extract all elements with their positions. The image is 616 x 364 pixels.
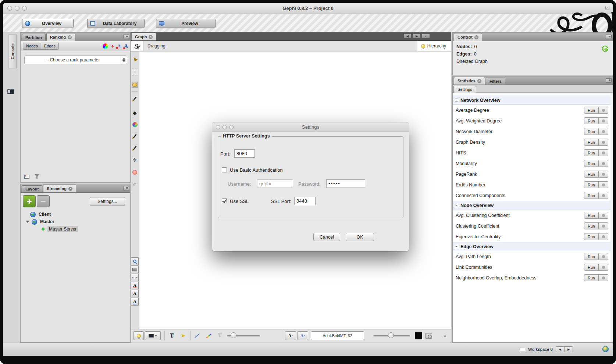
scroll-left-button[interactable]: ◀ xyxy=(403,33,412,39)
hierarchy-box[interactable]: Hierarchy xyxy=(417,41,451,51)
label-color-button[interactable]: A· xyxy=(285,331,296,340)
minimize-panel-button[interactable] xyxy=(123,186,129,190)
use-ssl-checkbox[interactable] xyxy=(222,198,227,203)
tab-overview[interactable]: Overview xyxy=(22,19,74,28)
tab-context[interactable]: Context × xyxy=(454,33,482,41)
close-tab-icon[interactable]: × xyxy=(474,35,478,39)
run-button[interactable]: Run xyxy=(584,274,599,281)
tab-preview[interactable]: Preview xyxy=(156,19,216,28)
gem-icon[interactable]: ♦ xyxy=(111,43,114,49)
streaming-settings-button[interactable]: Settings... xyxy=(90,197,125,206)
slider-knob[interactable] xyxy=(388,332,394,338)
network-globe-icon[interactable] xyxy=(602,346,609,352)
direct-select-tool-icon[interactable] xyxy=(132,56,138,62)
tab-data-laboratory[interactable]: Data Laboratory xyxy=(87,19,145,28)
show-edges-button[interactable] xyxy=(192,331,203,340)
remove-button[interactable]: − xyxy=(37,195,50,207)
collapse-icon[interactable]: − xyxy=(455,245,458,248)
expander-icon[interactable] xyxy=(26,221,29,223)
color-brush-tool-icon[interactable] xyxy=(132,121,138,128)
tree-item-client[interactable]: Client xyxy=(21,211,130,218)
run-button[interactable]: Run xyxy=(584,233,599,240)
run-button[interactable]: Run xyxy=(584,253,599,260)
close-tab-icon[interactable]: × xyxy=(68,35,72,39)
close-tab-icon[interactable]: × xyxy=(149,35,153,39)
tab-partition[interactable]: Partition xyxy=(22,34,46,41)
sizer-tool-icon[interactable]: ◆ xyxy=(132,110,138,116)
stat-help-dot-button[interactable] xyxy=(599,274,608,281)
run-button[interactable]: Run xyxy=(584,222,599,229)
stat-help-dot-button[interactable] xyxy=(599,160,608,167)
node-label-properties-button[interactable]: T xyxy=(215,331,225,340)
edge-source-color-button[interactable] xyxy=(203,331,214,340)
result-window-icon[interactable] xyxy=(24,175,29,179)
color-wheel-icon[interactable] xyxy=(103,43,108,49)
stat-help-dot-button[interactable] xyxy=(599,128,608,135)
tab-statistics[interactable]: Statistics × xyxy=(454,77,485,85)
tab-streaming[interactable]: Streaming × xyxy=(43,185,76,192)
workspace-prev-button[interactable]: ◀ xyxy=(556,346,565,352)
run-button[interactable]: Run xyxy=(584,128,599,135)
tab-list-button[interactable]: ▾ xyxy=(422,33,430,39)
edges-button[interactable]: Edges xyxy=(41,43,59,50)
expand-toolbar-button[interactable]: ▲ xyxy=(442,331,448,340)
reset-size-button[interactable]: size xyxy=(131,274,139,281)
stat-help-dot-button[interactable] xyxy=(599,212,608,219)
background-color-swatch[interactable] xyxy=(414,331,423,340)
stat-help-dot-button[interactable] xyxy=(599,149,608,156)
port-input[interactable] xyxy=(234,149,255,158)
add-button[interactable]: + xyxy=(23,195,36,207)
console-vertical-tab[interactable]: Console xyxy=(8,35,17,68)
text-color-icon[interactable]: A xyxy=(124,43,128,49)
slider-knob[interactable] xyxy=(231,332,236,338)
stat-help-dot-button[interactable] xyxy=(599,117,608,124)
dialog-titlebar[interactable]: Settings xyxy=(212,122,409,132)
tree-item-master-server[interactable]: Master Server xyxy=(21,225,130,233)
ok-button[interactable]: OK xyxy=(346,233,374,241)
close-tab-icon[interactable]: × xyxy=(477,79,481,83)
collapse-icon[interactable]: − xyxy=(455,99,458,102)
zoom-magnifier-button[interactable] xyxy=(131,257,139,265)
run-button[interactable]: Run xyxy=(584,181,599,188)
close-tab-icon[interactable]: × xyxy=(68,187,72,191)
username-input[interactable] xyxy=(257,179,293,188)
tab-graph[interactable]: Graph × xyxy=(131,33,156,40)
minimize-panel-button[interactable] xyxy=(606,35,612,39)
run-button[interactable]: Run xyxy=(584,160,599,167)
tab-layout[interactable]: Layout xyxy=(22,185,42,192)
edge-pencil-tool-icon[interactable] xyxy=(132,145,138,151)
background-image-dropdown[interactable]: ▾ xyxy=(145,331,161,340)
stat-help-dot-button[interactable] xyxy=(599,107,608,114)
run-button[interactable]: Run xyxy=(584,117,599,124)
stat-help-dot-button[interactable] xyxy=(599,233,608,240)
center-screen-button[interactable] xyxy=(131,265,139,273)
tab-ranking[interactable]: Ranking × xyxy=(46,33,75,41)
stat-help-dot-button[interactable] xyxy=(599,171,608,178)
stat-help-dot-button[interactable] xyxy=(599,139,608,146)
dropdown-stepper-icon[interactable] xyxy=(121,56,127,64)
stat-section-header[interactable]: −Network Overview xyxy=(453,96,610,105)
minimize-panel-button[interactable] xyxy=(606,78,612,83)
edge-weight-slider[interactable] xyxy=(227,331,260,340)
password-input[interactable] xyxy=(326,179,365,188)
tab-filters[interactable]: Filters xyxy=(486,78,505,85)
stat-help-dot-button[interactable] xyxy=(599,181,608,188)
workspace-next-button[interactable]: ▶ xyxy=(564,346,573,352)
titlebar[interactable]: Gephi 0.8.2 – Project 0 xyxy=(3,3,613,14)
label-size-reset-button[interactable]: A xyxy=(131,290,139,297)
painter-tool-icon[interactable] xyxy=(132,96,138,102)
console-icon[interactable] xyxy=(7,89,14,94)
rank-parameter-dropdown[interactable]: ---Choose a rank parameter xyxy=(24,56,127,64)
run-button[interactable]: Run xyxy=(584,149,599,156)
heatmap-tool-icon[interactable] xyxy=(132,169,138,175)
run-button[interactable]: Run xyxy=(584,264,599,271)
font-selector-button[interactable]: Arial-BoldMT, 32 xyxy=(311,331,364,340)
tree-item-master[interactable]: Master xyxy=(21,218,130,225)
shortest-path-tool-icon[interactable]: ✈ xyxy=(132,157,138,163)
minimize-panel-button[interactable] xyxy=(123,35,129,39)
label-size-slider[interactable] xyxy=(373,331,410,340)
run-button[interactable]: Run xyxy=(584,192,599,199)
background-light-button[interactable] xyxy=(133,331,144,340)
run-button[interactable]: Run xyxy=(584,212,599,219)
text-size-icon[interactable]: A xyxy=(117,43,121,49)
